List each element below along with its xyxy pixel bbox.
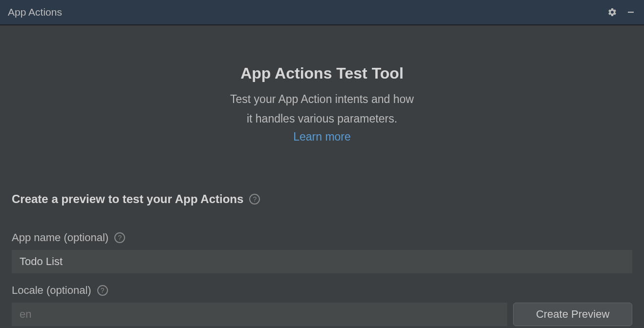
panel-title: App Actions	[8, 6, 62, 18]
section-title: Create a preview to test your App Action…	[12, 192, 243, 206]
help-icon[interactable]: ?	[97, 285, 108, 296]
app-name-input[interactable]	[12, 250, 632, 273]
title-bar: App Actions	[0, 0, 644, 25]
app-name-label: App name (optional)	[12, 231, 108, 244]
section-header: Create a preview to test your App Action…	[12, 192, 632, 206]
content-area: App Actions Test Tool Test your App Acti…	[0, 25, 644, 326]
minimize-icon[interactable]	[625, 7, 636, 18]
title-bar-actions	[607, 7, 636, 18]
locale-field: Locale (optional) ? Create Preview	[12, 284, 632, 326]
locale-label: Locale (optional)	[12, 284, 91, 297]
learn-more-link[interactable]: Learn more	[293, 130, 351, 143]
help-icon[interactable]: ?	[114, 232, 125, 243]
gear-icon[interactable]	[607, 7, 618, 18]
locale-label-row: Locale (optional) ?	[12, 284, 632, 297]
form-section: Create a preview to test your App Action…	[0, 153, 644, 326]
app-name-field: App name (optional) ?	[12, 231, 632, 273]
help-icon[interactable]: ?	[249, 194, 260, 205]
app-name-label-row: App name (optional) ?	[12, 231, 632, 244]
create-preview-button[interactable]: Create Preview	[513, 303, 632, 326]
hero-section: App Actions Test Tool Test your App Acti…	[0, 25, 644, 153]
hero-title: App Actions Test Tool	[10, 64, 634, 82]
locale-row: Create Preview	[12, 303, 632, 326]
hero-description-line2: it handles various parameters.	[10, 111, 634, 126]
hero-description-line1: Test your App Action intents and how	[10, 91, 634, 107]
locale-input[interactable]	[12, 303, 507, 326]
